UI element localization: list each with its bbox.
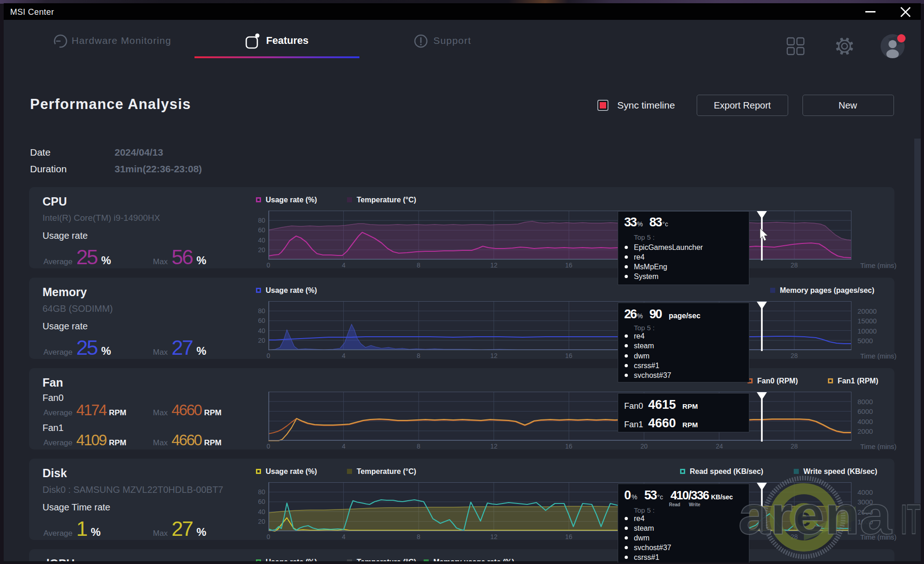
svg-text:arena: arena <box>738 485 892 546</box>
svg-text:IT: IT <box>901 497 920 543</box>
